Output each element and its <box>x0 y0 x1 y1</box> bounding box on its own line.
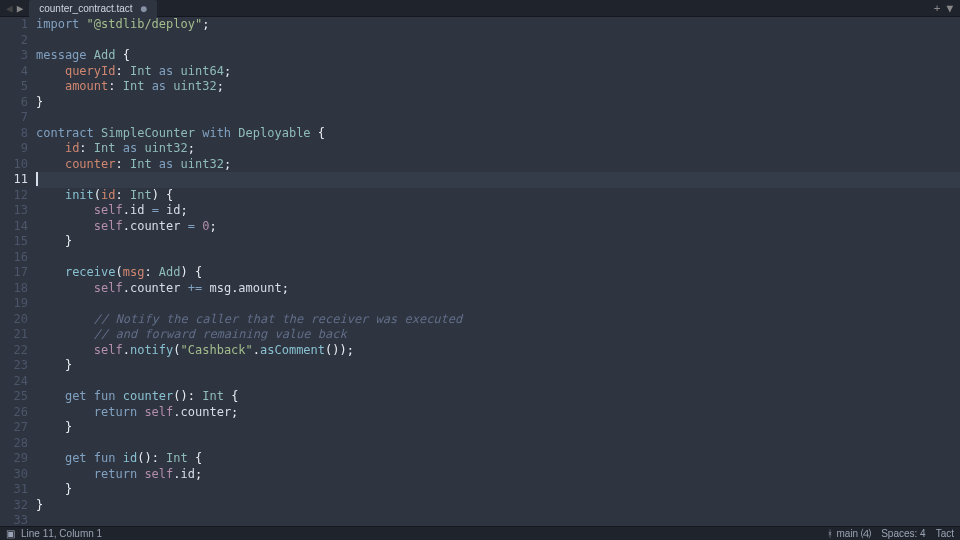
tab-counter-contract[interactable]: counter_contract.tact ● <box>29 0 156 17</box>
code-line[interactable]: amount: Int as uint32; <box>36 79 960 95</box>
token-op: = <box>152 203 159 217</box>
line-number: 32 <box>0 498 28 514</box>
editor-area[interactable]: 1234567891011121314151617181920212223242… <box>0 17 960 526</box>
token-type: Int <box>202 389 224 403</box>
token-punc: ; <box>202 17 209 31</box>
token-kw: get <box>65 389 87 403</box>
token-punc <box>79 17 86 31</box>
code-line[interactable]: get fun id(): Int { <box>36 451 960 467</box>
code-line[interactable]: } <box>36 95 960 111</box>
code-content[interactable]: import "@stdlib/deploy"; message Add { q… <box>36 17 960 526</box>
code-line[interactable]: self.counter = 0; <box>36 219 960 235</box>
token-punc: ) { <box>152 188 174 202</box>
code-line[interactable]: } <box>36 358 960 374</box>
token-func: id <box>123 451 137 465</box>
token-punc <box>36 141 65 155</box>
line-number: 20 <box>0 312 28 328</box>
code-line[interactable] <box>36 33 960 49</box>
token-punc <box>36 389 65 403</box>
tab-bar: ◀ ▶ counter_contract.tact ● + ▼ <box>0 0 960 17</box>
token-punc: ; <box>224 157 231 171</box>
token-punc <box>36 312 94 326</box>
code-line[interactable]: receive(msg: Add) { <box>36 265 960 281</box>
token-kw: as <box>123 141 137 155</box>
token-type: Int <box>166 451 188 465</box>
token-punc: { <box>224 389 238 403</box>
token-field: amount <box>65 79 108 93</box>
code-line[interactable]: return self.counter; <box>36 405 960 421</box>
code-line[interactable]: } <box>36 482 960 498</box>
line-number: 12 <box>0 188 28 204</box>
code-line[interactable]: self.id = id; <box>36 203 960 219</box>
line-number: 13 <box>0 203 28 219</box>
code-line[interactable]: message Add { <box>36 48 960 64</box>
code-line[interactable] <box>36 110 960 126</box>
line-number: 26 <box>0 405 28 421</box>
panel-toggle-icon[interactable]: ▣ <box>6 528 15 539</box>
branch-icon: ᚼ <box>827 528 833 539</box>
token-punc: . <box>123 203 130 217</box>
line-number: 11 <box>0 172 28 188</box>
line-number: 22 <box>0 343 28 359</box>
code-line[interactable]: queryId: Int as uint64; <box>36 64 960 80</box>
code-line[interactable] <box>36 436 960 452</box>
code-line[interactable]: self.notify("Cashback".asComment()); <box>36 343 960 359</box>
line-number: 30 <box>0 467 28 483</box>
token-func: notify <box>130 343 173 357</box>
code-line[interactable]: init(id: Int) { <box>36 188 960 204</box>
code-line[interactable]: // Notify the caller that the receiver w… <box>36 312 960 328</box>
code-line[interactable]: self.counter += msg.amount; <box>36 281 960 297</box>
token-field: id <box>65 141 79 155</box>
code-line[interactable] <box>36 296 960 312</box>
token-ident: counter <box>181 405 232 419</box>
token-kw: as <box>159 157 173 171</box>
line-gutter: 1234567891011121314151617181920212223242… <box>0 17 36 526</box>
line-number: 1 <box>0 17 28 33</box>
code-line[interactable] <box>36 250 960 266</box>
code-line[interactable] <box>36 172 960 188</box>
status-bar: ▣ Line 11, Column 1 ᚼ main ⑷ Spaces: 4 T… <box>0 526 960 540</box>
code-line[interactable] <box>36 513 960 526</box>
token-func: init <box>65 188 94 202</box>
token-punc <box>36 157 65 171</box>
code-line[interactable]: } <box>36 420 960 436</box>
code-line[interactable]: import "@stdlib/deploy"; <box>36 17 960 33</box>
token-cmt: // and forward remaining value back <box>94 327 347 341</box>
nav-forward-icon[interactable]: ▶ <box>15 2 26 15</box>
editor-window: ◀ ▶ counter_contract.tact ● + ▼ 12345678… <box>0 0 960 540</box>
token-punc: . <box>123 219 130 233</box>
line-number: 10 <box>0 157 28 173</box>
token-punc: } <box>36 498 43 512</box>
token-self: self <box>144 467 173 481</box>
status-cursor-position[interactable]: Line 11, Column 1 <box>21 528 102 539</box>
token-punc: : <box>115 64 129 78</box>
token-kw: as <box>159 64 173 78</box>
code-line[interactable] <box>36 374 960 390</box>
code-line[interactable]: return self.id; <box>36 467 960 483</box>
token-type: Int <box>130 64 152 78</box>
code-line[interactable]: } <box>36 498 960 514</box>
new-tab-button[interactable]: + <box>931 2 944 15</box>
token-kw: return <box>94 405 137 419</box>
token-punc <box>36 451 65 465</box>
token-punc: ; <box>231 405 238 419</box>
code-line[interactable]: id: Int as uint32; <box>36 141 960 157</box>
token-punc: ) { <box>181 265 203 279</box>
code-line[interactable]: get fun counter(): Int { <box>36 389 960 405</box>
token-punc <box>36 265 65 279</box>
code-line[interactable]: // and forward remaining value back <box>36 327 960 343</box>
code-line[interactable]: contract SimpleCounter with Deployable { <box>36 126 960 142</box>
token-func: counter <box>123 389 174 403</box>
token-name: Add <box>159 265 181 279</box>
token-punc <box>181 281 188 295</box>
status-branch[interactable]: ᚼ main ⑷ <box>827 527 871 541</box>
token-str: "Cashback" <box>181 343 253 357</box>
tab-overflow-button[interactable]: ▼ <box>943 2 956 15</box>
code-line[interactable]: } <box>36 234 960 250</box>
line-number: 3 <box>0 48 28 64</box>
code-line[interactable]: counter: Int as uint32; <box>36 157 960 173</box>
token-punc <box>173 64 180 78</box>
token-punc: { <box>116 48 130 62</box>
status-language[interactable]: Tact <box>936 528 954 539</box>
status-indentation[interactable]: Spaces: 4 <box>881 528 925 539</box>
